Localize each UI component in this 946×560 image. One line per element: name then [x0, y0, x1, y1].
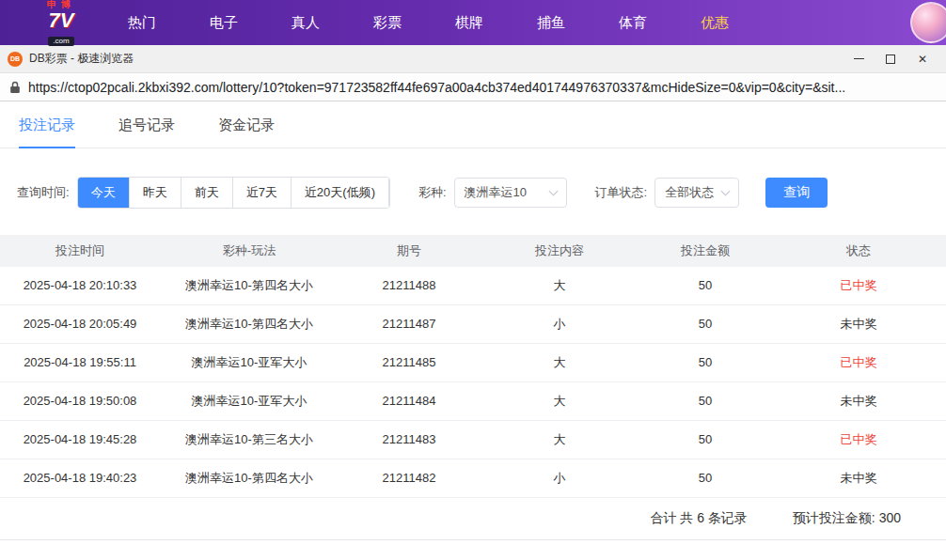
browser-titlebar: DB DB彩票 - 极速浏览器 ✕	[0, 45, 946, 73]
site-logo[interactable]: 申博 7V .com	[26, 0, 96, 46]
window-title: DB彩票 - 极速浏览器	[29, 51, 134, 67]
time-filter-button[interactable]: 昨天	[130, 178, 181, 208]
cell-bet-time: 2025-04-18 19:45:28	[0, 421, 160, 459]
time-filter-button[interactable]: 今天	[78, 178, 130, 208]
cell-bet-amount: 50	[639, 267, 771, 304]
summary-total: 合计 共 6 条记录	[650, 510, 747, 527]
table-header-cell: 投注时间	[0, 235, 160, 267]
cell-status: 未中奖	[771, 305, 946, 343]
query-button[interactable]: 查询	[765, 178, 828, 208]
tab-item[interactable]: 投注记录	[19, 101, 75, 148]
table-row[interactable]: 2025-04-18 19:55:11 澳洲幸运10-亚军大小 21211485…	[0, 344, 946, 382]
address-bar[interactable]: https://ctop02pcali.2kbxi392.com/lottery…	[0, 73, 946, 101]
table-row[interactable]: 2025-04-18 20:05:49 澳洲幸运10-第四名大小 2121148…	[0, 305, 946, 344]
logo-sub-text: .com	[48, 37, 73, 46]
bet-record-table: 投注时间 彩种-玩法 期号 投注内容 投注金额 状态 2025-04-18 20…	[0, 235, 946, 498]
cell-bet-content: 大	[480, 344, 639, 381]
logo-main-text: 7V	[26, 10, 96, 31]
nav-item[interactable]: 棋牌	[455, 14, 483, 32]
nav-item[interactable]: 真人	[292, 14, 320, 32]
cell-bet-content: 大	[480, 421, 639, 459]
site-topbar: 申博 7V .com 热门 电子 真人 彩票 棋牌 捕鱼 体育 优惠	[0, 0, 946, 45]
table-row[interactable]: 2025-04-18 19:45:28 澳洲幸运10-第三名大小 2121148…	[0, 421, 946, 459]
lottery-filter-label: 彩种:	[418, 184, 447, 201]
cell-bet-amount: 50	[639, 421, 771, 459]
nav-item[interactable]: 热门	[128, 14, 156, 32]
lottery-select-value: 澳洲幸运10	[465, 184, 527, 201]
cell-game-play: 澳洲幸运10-第三名大小	[160, 421, 339, 459]
cell-bet-time: 2025-04-18 19:50:08	[0, 382, 160, 420]
cell-bet-amount: 50	[639, 382, 771, 420]
record-tabs: 投注记录 追号记录 资金记录	[0, 101, 946, 148]
cell-bet-amount: 50	[639, 305, 771, 343]
tab-item[interactable]: 资金记录	[218, 101, 275, 148]
nav-item[interactable]: 捕鱼	[537, 14, 565, 32]
nav-item[interactable]: 电子	[210, 14, 238, 32]
url-text[interactable]: https://ctop02pcali.2kbxi392.com/lottery…	[28, 80, 845, 95]
cell-issue-number: 21211483	[339, 421, 480, 459]
status-filter-label: 订单状态:	[595, 184, 648, 201]
minimize-icon	[854, 58, 864, 59]
table-header-cell: 投注内容	[480, 235, 639, 267]
cell-issue-number: 21211487	[339, 305, 480, 343]
page-content: 投注记录 追号记录 资金记录 查询时间: 今天 昨天 前天 近7天 近20天(低…	[0, 101, 946, 540]
chevron-down-icon	[721, 186, 731, 195]
lottery-select[interactable]: 澳洲幸运10	[454, 178, 567, 208]
table-row[interactable]: 2025-04-18 20:10:33 澳洲幸运10-第四名大小 2121148…	[0, 267, 946, 305]
table-header-cell: 彩种-玩法	[160, 235, 339, 267]
cell-game-play: 澳洲幸运10-亚军大小	[160, 344, 339, 381]
cell-bet-content: 大	[480, 267, 639, 304]
cell-bet-content: 小	[480, 305, 639, 343]
table-row[interactable]: 2025-04-18 19:50:08 澳洲幸运10-亚军大小 21211484…	[0, 382, 946, 421]
cell-game-play: 澳洲幸运10-第四名大小	[160, 267, 339, 304]
cell-bet-content: 小	[480, 459, 639, 497]
close-icon: ✕	[918, 54, 927, 65]
cell-issue-number: 21211482	[339, 459, 480, 497]
minimize-button[interactable]	[843, 46, 875, 72]
time-filter-button[interactable]: 近20天(低频)	[292, 178, 389, 208]
cell-status: 已中奖	[771, 267, 946, 304]
summary-footer: 合计 共 6 条记录 预计投注金额: 300 有效投注金额	[0, 498, 946, 540]
order-status-value: 全部状态	[665, 184, 714, 201]
cell-issue-number: 21211485	[339, 344, 480, 381]
tab-item[interactable]: 追号记录	[118, 101, 175, 148]
table-row[interactable]: 2025-04-18 19:40:23 澳洲幸运10-第四名大小 2121148…	[0, 459, 946, 498]
nav-item[interactable]: 体育	[619, 14, 647, 32]
cell-bet-time: 2025-04-18 19:40:23	[0, 459, 160, 497]
time-filter-label: 查询时间:	[17, 184, 70, 201]
cell-status: 已中奖	[771, 344, 946, 381]
cell-issue-number: 21211484	[339, 382, 480, 420]
user-avatar[interactable]	[910, 2, 946, 43]
nav-item[interactable]: 彩票	[373, 14, 402, 32]
top-nav: 热门 电子 真人 彩票 棋牌 捕鱼 体育 优惠	[128, 14, 729, 32]
maximize-icon	[886, 54, 895, 64]
cell-bet-time: 2025-04-18 19:55:11	[0, 344, 160, 381]
cell-game-play: 澳洲幸运10-亚军大小	[160, 382, 339, 420]
table-header-row: 投注时间 彩种-玩法 期号 投注内容 投注金额 状态	[0, 235, 946, 267]
cell-status: 未中奖	[771, 382, 946, 420]
cell-game-play: 澳洲幸运10-第四名大小	[160, 305, 339, 343]
chevron-down-icon	[548, 186, 558, 195]
maximize-button[interactable]	[875, 46, 907, 72]
nav-item[interactable]: 优惠	[701, 14, 729, 32]
cell-game-play: 澳洲幸运10-第四名大小	[160, 459, 339, 497]
browser-app-icon: DB	[8, 52, 23, 67]
close-button[interactable]: ✕	[907, 46, 938, 72]
time-filter-group: 今天 昨天 前天 近7天 近20天(低频)	[77, 177, 390, 209]
cell-bet-amount: 50	[639, 459, 771, 497]
filter-row: 查询时间: 今天 昨天 前天 近7天 近20天(低频) 彩种: 澳洲幸运10 订…	[17, 177, 946, 209]
table-body: 2025-04-18 20:10:33 澳洲幸运10-第四名大小 2121148…	[0, 267, 946, 498]
table-header-cell: 期号	[339, 235, 480, 267]
table-header-cell: 状态	[771, 235, 946, 267]
cell-bet-amount: 50	[639, 344, 771, 381]
lock-icon	[9, 81, 21, 94]
cell-bet-content: 大	[480, 382, 639, 420]
cell-bet-time: 2025-04-18 20:05:49	[0, 305, 160, 343]
summary-expected-amount: 预计投注金额: 300	[793, 510, 901, 527]
cell-issue-number: 21211488	[339, 267, 480, 304]
time-filter-button[interactable]: 前天	[181, 178, 233, 208]
cell-status: 未中奖	[771, 459, 946, 497]
window-controls: ✕	[843, 46, 938, 72]
order-status-select[interactable]: 全部状态	[654, 178, 739, 208]
time-filter-button[interactable]: 近7天	[233, 178, 292, 208]
